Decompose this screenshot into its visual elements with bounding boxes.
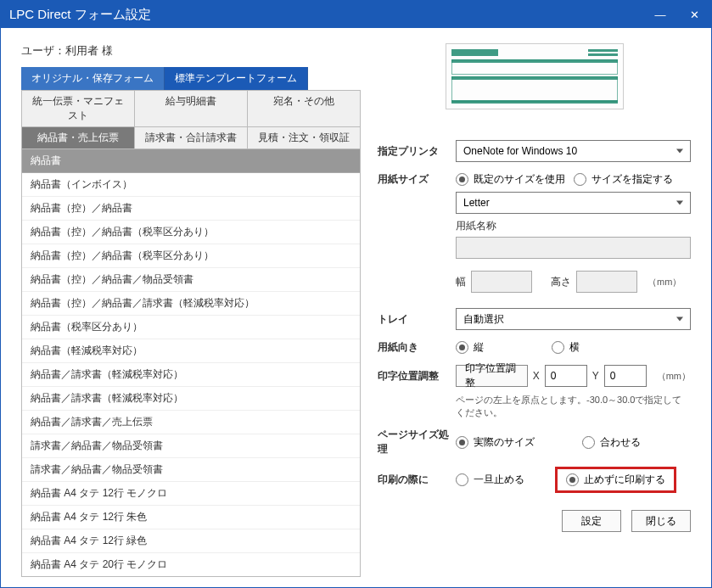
print-offset-button[interactable]: 印字位置調整	[456, 365, 528, 387]
onprint-label: 印刷の際に	[378, 473, 456, 487]
tab-standard-templates[interactable]: 標準テンプレートフォーム	[165, 67, 308, 90]
list-item[interactable]: 納品書（税率区分あり）	[22, 316, 360, 339]
form-preview	[446, 43, 624, 109]
radio-fit-size[interactable]: 合わせる	[582, 435, 641, 450]
x-label: X	[533, 370, 540, 382]
list-item[interactable]: 納品書／請求書（軽減税率対応）	[22, 387, 360, 411]
unit-mm: （mm）	[648, 276, 681, 288]
list-item[interactable]: 納品書（控）／納品書	[22, 197, 360, 221]
list-item[interactable]: 納品書／請求書（軽減税率対応）	[22, 363, 360, 387]
window-title: LPC Direct フォーム設定	[9, 7, 151, 23]
list-item[interactable]: 請求書／納品書／物品受領書	[22, 458, 360, 482]
radio-landscape[interactable]: 横	[552, 340, 580, 355]
list-item[interactable]: 納品書 A4 タテ 12行 朱色	[22, 506, 360, 529]
highlight-box: 止めずに印刷する	[555, 467, 676, 493]
sub-tab-bar: 統一伝票・マニフェスト 給与明細書 宛名・その他 納品書・売上伝票 請求書・合計…	[21, 90, 361, 149]
list-item[interactable]: 納品書 A4 タテ 12行 モノクロ	[22, 482, 360, 506]
orientation-label: 用紙向き	[378, 340, 456, 355]
subtab-delivery-sales[interactable]: 納品書・売上伝票	[22, 127, 135, 149]
list-item[interactable]: 納品書（軽減税率対応）	[22, 339, 360, 363]
list-item[interactable]: 納品書（控）／納品書／請求書（軽減税率対応）	[22, 292, 360, 316]
width-input[interactable]	[471, 271, 532, 293]
titlebar: LPC Direct フォーム設定 — ✕	[1, 1, 711, 28]
width-label: 幅	[456, 275, 466, 289]
tray-label: トレイ	[378, 312, 456, 327]
offset-x-input[interactable]	[545, 365, 587, 387]
list-item[interactable]: 納品書（控）／納品書（税率区分あり）	[22, 221, 360, 244]
list-item[interactable]: 納品書（控）／納品書（税率区分あり）	[22, 244, 360, 268]
tray-select[interactable]: 自動選択	[456, 308, 691, 330]
main-tab-bar: オリジナル・保存フォーム 標準テンプレートフォーム	[21, 67, 361, 90]
subtab-invoice-total[interactable]: 請求書・合計請求書	[135, 127, 248, 149]
list-item[interactable]: 納品書 A4 タテ 12行 緑色	[22, 529, 360, 553]
y-label: Y	[592, 370, 599, 382]
list-item[interactable]: 請求書／納品書／物品受領書	[22, 434, 360, 458]
height-label: 高さ	[551, 275, 571, 289]
radio-pause-print[interactable]: 一旦止める	[456, 473, 524, 487]
list-header: 納品書	[22, 149, 360, 173]
list-item[interactable]: 納品書（インボイス）	[22, 173, 360, 197]
print-offset-label: 印字位置調整	[378, 369, 456, 384]
radio-paper-specify[interactable]: サイズを指定する	[574, 172, 673, 187]
form-list[interactable]: 納品書 納品書（インボイス） 納品書（控）／納品書 納品書（控）／納品書（税率区…	[21, 149, 361, 577]
close-dialog-button[interactable]: 閉じる	[631, 510, 691, 532]
subtab-payslip[interactable]: 給与明細書	[135, 91, 248, 127]
list-item[interactable]: 納品書（控）／納品書／物品受領書	[22, 268, 360, 292]
minimize-button[interactable]: —	[643, 1, 677, 28]
dialog-window: LPC Direct フォーム設定 — ✕ ユーザ：利用者 様 オリジナル・保存…	[0, 0, 712, 588]
subtab-quote-order-receipt[interactable]: 見積・注文・領収証	[248, 127, 361, 149]
unit-mm-2: （mm）	[657, 370, 691, 383]
paper-size-label: 用紙サイズ	[378, 172, 456, 187]
subtab-address-other[interactable]: 宛名・その他	[248, 91, 361, 127]
apply-button[interactable]: 設定	[562, 510, 621, 532]
radio-portrait[interactable]: 縦	[456, 340, 484, 355]
radio-actual-size[interactable]: 実際のサイズ	[456, 435, 535, 450]
offset-y-input[interactable]	[604, 365, 647, 387]
radio-paper-default[interactable]: 既定のサイズを使用	[456, 172, 565, 187]
subtab-unified-slip[interactable]: 統一伝票・マニフェスト	[22, 91, 135, 127]
user-label: ユーザ：利用者 様	[21, 43, 361, 59]
close-button[interactable]: ✕	[677, 1, 711, 28]
list-item[interactable]: 納品書／請求書／売上伝票	[22, 411, 360, 434]
printer-select[interactable]: OneNote for Windows 10	[456, 140, 691, 162]
height-input[interactable]	[576, 271, 637, 293]
paper-name-input[interactable]	[456, 237, 691, 259]
pagesize-label: ページサイズ処理	[378, 428, 456, 456]
offset-hint: ページの左上を原点とします。-30.0～30.0で指定してください。	[456, 394, 691, 419]
printer-label: 指定プリンタ	[378, 144, 456, 159]
radio-continue-print[interactable]: 止めずに印刷する	[566, 473, 665, 487]
paper-name-label: 用紙名称	[456, 219, 691, 233]
paper-size-select[interactable]: Letter	[456, 192, 691, 214]
tab-original-forms[interactable]: オリジナル・保存フォーム	[21, 67, 165, 90]
list-item[interactable]: 納品書 A4 タテ 20行 モノクロ	[22, 553, 360, 577]
